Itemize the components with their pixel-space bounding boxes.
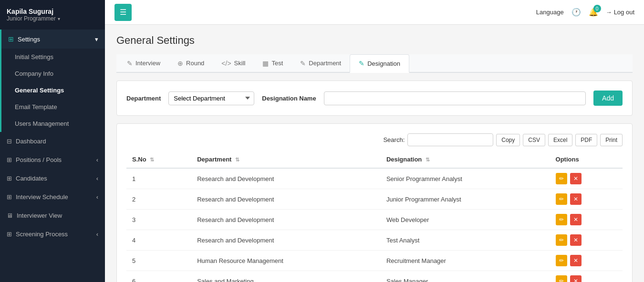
cell-sno: 4 bbox=[126, 230, 191, 251]
col-sno: S.No ⇅ bbox=[126, 151, 191, 168]
delete-button[interactable]: ✕ bbox=[570, 275, 582, 282]
dept-sort-icon[interactable]: ⇅ bbox=[235, 157, 239, 162]
edit-button[interactable]: ✏ bbox=[556, 275, 567, 282]
table-header-row: S.No ⇅ Department ⇅ Designation ⇅ Opti bbox=[126, 151, 623, 168]
topbar-left: ☰ bbox=[114, 4, 132, 21]
edit-button[interactable]: ✏ bbox=[556, 173, 567, 184]
main-area: ☰ Language 🕐 🔔 0 → Log out General Setti… bbox=[105, 0, 644, 282]
add-button[interactable]: Add bbox=[593, 91, 623, 106]
sidebar-item-positions-pools[interactable]: ⊞ Positions / Pools ‹ bbox=[0, 151, 105, 169]
logout-arrow-icon: → bbox=[606, 9, 612, 16]
sidebar-item-interview-schedule[interactable]: ⊞ Interview Schedule ‹ bbox=[0, 188, 105, 206]
cell-options: ✏ ✕ bbox=[550, 271, 623, 282]
designation-name-label: Designation Name bbox=[262, 95, 316, 102]
sidebar-item-candidates[interactable]: ⊞ Candidates ‹ bbox=[0, 169, 105, 188]
cell-options: ✏ ✕ bbox=[550, 210, 623, 230]
cell-options: ✏ ✕ bbox=[550, 230, 623, 251]
candidates-icon: ⊞ bbox=[7, 175, 12, 182]
user-role[interactable]: Junior Programmer bbox=[7, 15, 98, 22]
filter-row: Department Select Department Designation… bbox=[126, 91, 623, 106]
interviewer-view-icon: 🖥 bbox=[7, 212, 13, 219]
tab-skill[interactable]: </> Skill bbox=[213, 54, 254, 73]
col-options: Options bbox=[550, 151, 623, 168]
sidebar-settings-header[interactable]: ⊞ Settings ▾ bbox=[1, 30, 105, 49]
table-row: 1 Research and Development Senior Progra… bbox=[126, 168, 623, 189]
cell-designation: Senior Programmer Analyst bbox=[381, 168, 550, 189]
pdf-button[interactable]: PDF bbox=[575, 134, 597, 146]
cell-sno: 3 bbox=[126, 210, 191, 230]
filter-card: Department Select Department Designation… bbox=[116, 81, 633, 116]
designation-tab-icon: ✎ bbox=[359, 60, 364, 67]
cell-options: ✏ ✕ bbox=[550, 168, 623, 189]
language-selector[interactable]: Language bbox=[536, 9, 564, 16]
sidebar-item-dashboard[interactable]: ⊟ Dashboard bbox=[0, 132, 105, 151]
table-row: 4 Research and Development Test Analyst … bbox=[126, 230, 623, 251]
sidebar-item-general-settings[interactable]: General Settings bbox=[1, 82, 105, 99]
settings-chevron-icon: ▾ bbox=[95, 36, 98, 43]
cell-options: ✏ ✕ bbox=[550, 251, 623, 271]
cell-designation: Junior Programmer Analyst bbox=[381, 189, 550, 210]
clock-icon[interactable]: 🕐 bbox=[571, 8, 581, 17]
cell-department: Human Resource Management bbox=[191, 251, 381, 271]
edit-button[interactable]: ✏ bbox=[556, 193, 567, 205]
table-card: Search: Copy CSV Excel PDF Print S.No ⇅ bbox=[116, 123, 633, 282]
cell-department: Research and Development bbox=[191, 210, 381, 230]
edit-button[interactable]: ✏ bbox=[556, 234, 567, 246]
copy-button[interactable]: Copy bbox=[496, 134, 520, 146]
notification-bell[interactable]: 🔔 0 bbox=[589, 8, 598, 17]
page-title: General Settings bbox=[116, 34, 633, 47]
sidebar-item-company-info[interactable]: Company Info bbox=[1, 65, 105, 82]
hamburger-button[interactable]: ☰ bbox=[114, 4, 132, 21]
edit-button[interactable]: ✏ bbox=[556, 214, 567, 225]
sidebar-item-email-template[interactable]: Email Template bbox=[1, 99, 105, 115]
tab-interview[interactable]: ✎ Interview bbox=[118, 54, 169, 73]
sno-sort-icon[interactable]: ⇅ bbox=[150, 157, 154, 162]
search-input[interactable] bbox=[407, 133, 493, 146]
excel-button[interactable]: Excel bbox=[548, 134, 572, 146]
table-row: 2 Research and Development Junior Progra… bbox=[126, 189, 623, 210]
designation-sort-icon[interactable]: ⇅ bbox=[426, 157, 430, 162]
cell-sno: 6 bbox=[126, 271, 191, 282]
cell-sno: 1 bbox=[126, 168, 191, 189]
screening-chevron-icon: ‹ bbox=[96, 231, 98, 238]
edit-button[interactable]: ✏ bbox=[556, 255, 567, 266]
cell-options: ✏ ✕ bbox=[550, 189, 623, 210]
sidebar-settings-label: Settings bbox=[18, 36, 40, 43]
logout-button[interactable]: → Log out bbox=[606, 9, 634, 16]
sidebar-item-users-management[interactable]: Users Management bbox=[1, 115, 105, 132]
tab-round[interactable]: ⊕ Round bbox=[169, 54, 213, 73]
tab-designation[interactable]: ✎ Designation bbox=[350, 54, 409, 73]
sidebar-user: Kapila Suguraj Junior Programmer bbox=[0, 0, 105, 30]
settings-grid-icon: ⊞ bbox=[8, 35, 14, 43]
positions-icon: ⊞ bbox=[7, 156, 12, 163]
table-row: 3 Research and Development Web Developer… bbox=[126, 210, 623, 230]
delete-button[interactable]: ✕ bbox=[570, 214, 582, 225]
designation-table: S.No ⇅ Department ⇅ Designation ⇅ Opti bbox=[126, 151, 623, 282]
sidebar-item-interviewer-view[interactable]: 🖥 Interviewer View bbox=[0, 206, 105, 225]
tab-department[interactable]: ✎ Department bbox=[291, 54, 350, 73]
delete-button[interactable]: ✕ bbox=[570, 255, 582, 266]
delete-button[interactable]: ✕ bbox=[570, 234, 582, 246]
department-filter-label: Department bbox=[126, 95, 161, 102]
positions-chevron-icon: ‹ bbox=[96, 156, 98, 163]
print-button[interactable]: Print bbox=[600, 134, 623, 146]
sidebar-settings-items: Initial Settings Company Info General Se… bbox=[1, 49, 105, 132]
main-content: General Settings ✎ Interview ⊕ Round </>… bbox=[105, 25, 644, 282]
department-tab-icon: ✎ bbox=[300, 60, 306, 67]
hamburger-icon: ☰ bbox=[120, 8, 126, 17]
delete-button[interactable]: ✕ bbox=[570, 173, 582, 184]
sidebar-item-screening-process[interactable]: ⊞ Screening Process ‹ bbox=[0, 225, 105, 243]
sidebar-menu: ⊞ Settings ▾ Initial Settings Company In… bbox=[0, 30, 105, 282]
cell-department: Research and Development bbox=[191, 189, 381, 210]
col-designation: Designation ⇅ bbox=[381, 151, 550, 168]
dashboard-icon: ⊟ bbox=[7, 138, 12, 145]
department-select[interactable]: Select Department bbox=[168, 91, 254, 105]
sidebar-item-initial-settings[interactable]: Initial Settings bbox=[1, 49, 105, 65]
table-row: 6 Sales and Marketing Sales Manager ✏ ✕ bbox=[126, 271, 623, 282]
csv-button[interactable]: CSV bbox=[523, 134, 545, 146]
delete-button[interactable]: ✕ bbox=[570, 193, 582, 205]
interview-schedule-icon: ⊞ bbox=[7, 193, 12, 201]
tab-test[interactable]: ▦ Test bbox=[254, 54, 291, 73]
notification-badge: 0 bbox=[593, 5, 601, 12]
designation-name-input[interactable] bbox=[324, 91, 586, 105]
